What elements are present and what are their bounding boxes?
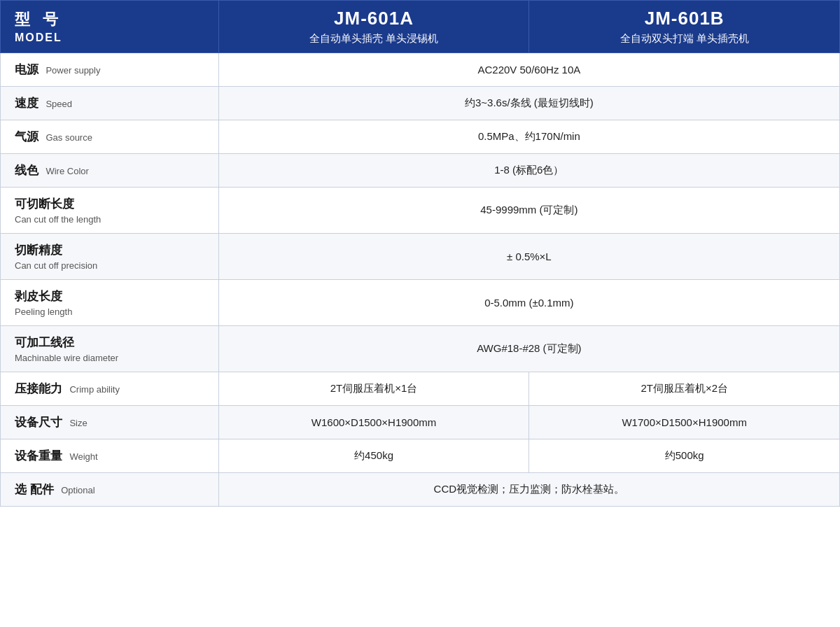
value-a-cell-weight: 约450kg [218,439,529,473]
label-cell-power: 电源 Power supply [1,53,219,87]
label-en-weight: Weight [69,451,97,462]
label-en-size: Size [69,418,87,428]
label-cell-gas: 气源 Gas source [1,120,219,154]
label-zh-peel_length: 剥皮长度 [15,288,204,304]
label-zh-speed: 速度 [15,97,38,110]
jm601b-name: JM-601B [540,8,828,29]
value-cell-gas: 0.5MPa、约170N/min [218,120,839,154]
label-en-crimp: Crimp ability [69,384,120,395]
table-row: 速度 Speed 约3~3.6s/条线 (最短切线时) [1,87,840,120]
table-row: 线色 Wire Color 1-8 (标配6色） [1,154,840,188]
label-en-wire_dia: Machinable wire diameter [15,353,204,363]
spec-table: 型 号 MODEL JM-601A 全自动单头插壳 单头浸锡机 JM-601B … [0,0,840,507]
label-cell-weight: 设备重量 Weight [1,439,219,473]
table-row: 可加工线径 Machinable wire diameter AWG#18-#2… [1,326,840,372]
label-cell-cut_precision: 切断精度 Can cut off precision [1,234,219,280]
label-cell-optional: 选 配件 Optional [1,473,219,507]
label-en-optional: Optional [61,485,94,495]
table-row: 剥皮长度 Peeling length 0-5.0mm (±0.1mm) [1,280,840,326]
label-zh-wire_color: 线色 [15,164,38,177]
value-cell-cut_precision: ± 0.5%×L [218,234,839,280]
value-a-cell-size: W1600×D1500×H1900mm [218,406,529,439]
label-zh-cut_precision: 切断精度 [15,242,204,258]
jm601b-desc: 全自动双头打端 单头插壳机 [540,32,828,45]
label-cell-crimp: 压接能力 Crimp ability [1,372,219,406]
model-zh-label: 型 号 [15,9,207,30]
value-cell-cut_length: 45-9999mm (可定制) [218,188,839,234]
table-row: 设备尺寸 Size W1600×D1500×H1900mmW1700×D1500… [1,406,840,439]
jm601b-header: JM-601B 全自动双头打端 单头插壳机 [529,1,840,53]
table-row: 压接能力 Crimp ability 2T伺服压着机×1台2T伺服压着机×2台 [1,372,840,406]
value-cell-wire_color: 1-8 (标配6色） [218,154,839,188]
value-b-cell-crimp: 2T伺服压着机×2台 [529,372,840,406]
label-cell-wire_dia: 可加工线径 Machinable wire diameter [1,326,219,372]
value-b-cell-weight: 约500kg [529,439,840,473]
label-zh-optional: 选 配件 [15,483,54,496]
label-cell-peel_length: 剥皮长度 Peeling length [1,280,219,326]
label-zh-weight: 设备重量 [15,449,62,463]
model-header: 型 号 MODEL [1,1,219,53]
value-cell-power: AC220V 50/60Hz 10A [218,53,839,87]
label-en-gas: Gas source [46,132,92,143]
table-row: 设备重量 Weight 约450kg约500kg [1,439,840,473]
label-zh-crimp: 压接能力 [15,382,62,395]
jm601a-header: JM-601A 全自动单头插壳 单头浸锡机 [218,1,529,53]
value-cell-optional: CCD视觉检测；压力监测；防水栓基站。 [218,473,839,507]
table-row: 气源 Gas source 0.5MPa、约170N/min [1,120,840,154]
label-cell-size: 设备尺寸 Size [1,406,219,439]
label-zh-wire_dia: 可加工线径 [15,334,204,351]
value-b-cell-size: W1700×D1500×H1900mm [529,406,840,439]
label-en-power: Power supply [46,65,100,76]
label-en-cut_length: Can cut off the length [15,214,204,225]
value-cell-peel_length: 0-5.0mm (±0.1mm) [218,280,839,326]
table-row: 电源 Power supply AC220V 50/60Hz 10A [1,53,840,87]
label-cell-speed: 速度 Speed [1,87,219,120]
label-en-wire_color: Wire Color [46,166,88,176]
label-zh-power: 电源 [15,63,38,76]
label-zh-size: 设备尺寸 [15,416,62,429]
value-cell-wire_dia: AWG#18-#28 (可定制) [218,326,839,372]
header-row: 型 号 MODEL JM-601A 全自动单头插壳 单头浸锡机 JM-601B … [1,1,840,53]
label-zh-cut_length: 可切断长度 [15,196,204,212]
table-row: 可切断长度 Can cut off the length 45-9999mm (… [1,188,840,234]
label-en-cut_precision: Can cut off precision [15,260,204,271]
label-cell-wire_color: 线色 Wire Color [1,154,219,188]
jm601a-desc: 全自动单头插壳 单头浸锡机 [230,32,518,45]
label-cell-cut_length: 可切断长度 Can cut off the length [1,188,219,234]
jm601a-name: JM-601A [230,8,518,29]
table-row: 切断精度 Can cut off precision ± 0.5%×L [1,234,840,280]
label-en-speed: Speed [46,99,72,109]
value-a-cell-crimp: 2T伺服压着机×1台 [218,372,529,406]
table-row: 选 配件 Optional CCD视觉检测；压力监测；防水栓基站。 [1,473,840,507]
spec-table-container: 型 号 MODEL JM-601A 全自动单头插壳 单头浸锡机 JM-601B … [0,0,840,507]
label-zh-gas: 气源 [15,130,38,143]
label-en-peel_length: Peeling length [15,307,204,317]
model-en-label: MODEL [15,31,207,44]
value-cell-speed: 约3~3.6s/条线 (最短切线时) [218,87,839,120]
